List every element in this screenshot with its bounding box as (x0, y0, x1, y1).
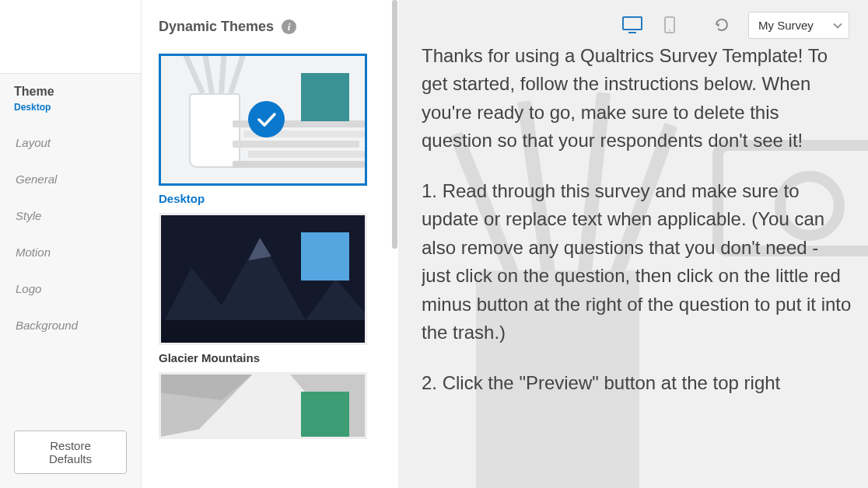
theme-swatch (301, 392, 349, 439)
theme-swatch (301, 232, 349, 281)
theme-card-3[interactable] (159, 372, 367, 439)
preview-pane: My Survey Thanks for using a Qualtrics S… (398, 0, 868, 488)
sidebar-item-general[interactable]: General (0, 162, 141, 197)
themes-heading: Dynamic Themes (159, 19, 274, 35)
themes-panel: Dynamic Themes i Desktop (142, 0, 398, 488)
svg-rect-6 (623, 17, 642, 30)
sidebar-title: Theme (14, 85, 127, 99)
restore-defaults-button[interactable]: Restore Defaults (14, 430, 127, 474)
desktop-device-icon[interactable] (622, 16, 642, 33)
info-icon[interactable]: i (282, 19, 296, 34)
sidebar-subtitle: Desktop (14, 102, 127, 113)
survey-select[interactable]: My Survey (748, 12, 849, 39)
selected-checkmark-icon (248, 101, 285, 138)
scrollbar[interactable] (392, 0, 397, 488)
sidebar-item-logo[interactable]: Logo (0, 271, 141, 306)
sidebar-logo-area (0, 0, 141, 74)
survey-select-label: My Survey (758, 19, 814, 32)
svg-marker-1 (248, 238, 271, 260)
preview-question-text: Thanks for using a Qualtrics Survey Temp… (422, 42, 852, 397)
chevron-down-icon (833, 19, 842, 32)
preview-toolbar: My Survey (398, 8, 868, 42)
sidebar-heading: Theme Desktop (0, 74, 141, 113)
mobile-device-icon[interactable] (660, 16, 680, 33)
theme-label: Glacier Mountains (159, 351, 367, 364)
theme-label: Desktop (159, 192, 367, 205)
theme-card-glacier[interactable]: Glacier Mountains (159, 213, 367, 364)
sidebar-item-motion[interactable]: Motion (0, 235, 141, 270)
theme-card-desktop[interactable]: Desktop (159, 54, 367, 205)
refresh-icon[interactable] (714, 17, 730, 33)
svg-point-9 (669, 30, 670, 31)
preview-paragraph-1: Thanks for using a Qualtrics Survey Temp… (422, 42, 852, 155)
svg-rect-2 (161, 320, 365, 343)
preview-paragraph-2: 1. Read through this survey and make sur… (422, 177, 852, 347)
sidebar-item-style[interactable]: Style (0, 198, 141, 233)
theme-swatch (301, 73, 349, 121)
sidebar-item-layout[interactable]: Layout (0, 125, 141, 160)
sidebar: Theme Desktop Layout General Style Motio… (0, 0, 142, 488)
sidebar-item-background[interactable]: Background (0, 308, 141, 343)
preview-paragraph-3: 2. Click the "Preview" button at the top… (422, 369, 852, 397)
